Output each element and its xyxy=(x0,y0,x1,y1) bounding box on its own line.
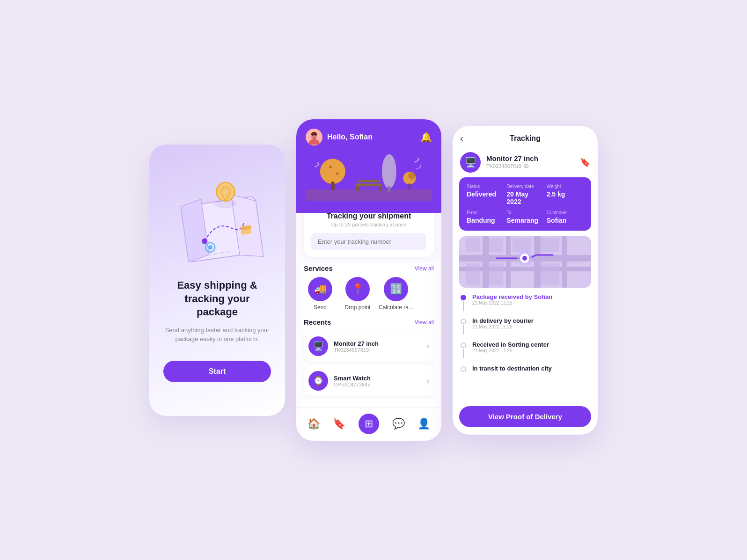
timeline-item-3: In transit to destination city xyxy=(460,365,590,372)
timeline-event-2: Received in Sorting center xyxy=(472,341,549,348)
svg-rect-36 xyxy=(466,238,480,252)
tracking-header: ‹ Tracking xyxy=(453,126,598,147)
service-drop-point[interactable]: 📍 Drop point xyxy=(341,277,374,311)
home-body: Tracking your shipment Up to 20 parcels … xyxy=(296,213,441,407)
status-label: Status xyxy=(467,184,504,189)
services-label: Services xyxy=(304,264,333,272)
recent-monitor-info: Monitor 27 inch TK0234567819 xyxy=(334,340,427,353)
nav-profile[interactable]: 👤 xyxy=(417,418,430,430)
service-send[interactable]: 🚚 Send xyxy=(304,277,337,311)
timeline-content-2: Received in Sorting center 21 May 2022 1… xyxy=(472,341,549,358)
info-grid: Status Delivered Delivery date 20 May 20… xyxy=(467,184,584,224)
service-calculate-label: Calculate ra... xyxy=(379,304,413,311)
onboarding-subtitle: Send anything faster and tracking your p… xyxy=(163,326,271,344)
timeline-event-1: In delivery by courier xyxy=(472,317,534,324)
timeline-line-2 xyxy=(463,349,464,358)
screen-home: Hello, Sofian 🔔 xyxy=(296,119,441,441)
recent-monitor-name: Monitor 27 inch xyxy=(334,340,427,347)
bottom-nav: 🏠 🔖 ⊞ 💬 👤 xyxy=(296,407,441,441)
recent-watch-code: OPS918273645 xyxy=(334,382,427,387)
timeline-content-1: In delivery by courier 21 May 2022 11:25 xyxy=(472,317,534,335)
svg-rect-20 xyxy=(379,186,381,191)
from-cell: From Bandung xyxy=(467,210,504,224)
timeline-line-0 xyxy=(463,301,464,311)
bookmark-icon[interactable]: 🔖 xyxy=(580,157,590,167)
tracking-card-title: Tracking your shipment xyxy=(311,213,426,220)
svg-rect-40 xyxy=(489,263,503,285)
customer-value: Sofian xyxy=(547,217,584,224)
copy-icon[interactable]: ⧉ xyxy=(524,162,528,170)
services-section-header: Services View all xyxy=(304,264,434,272)
package-name: Monitor 27 inch xyxy=(486,154,574,162)
customer-cell: Customer Sofian xyxy=(547,210,584,224)
svg-rect-35 xyxy=(562,236,567,288)
start-button[interactable]: Start xyxy=(163,361,271,382)
timeline-content-3: In transit to destination city xyxy=(472,365,552,372)
service-calculate[interactable]: 🔢 Calculate ra... xyxy=(379,277,413,311)
send-icon: 🚚 xyxy=(308,277,332,301)
recent-watch-name: Smart Watch xyxy=(334,375,427,382)
recent-monitor-chevron: › xyxy=(427,342,429,350)
timeline-dot-0 xyxy=(461,295,466,300)
to-label: To xyxy=(506,210,543,215)
delivery-date-value: 20 May 2022 xyxy=(506,190,543,205)
onboarding-title: Easy shipping & tracking your package xyxy=(163,279,271,319)
delivery-date-cell: Delivery date 20 May 2022 xyxy=(506,184,543,205)
greeting-text: Hello, Sofian xyxy=(327,133,373,141)
service-drop-point-label: Drop point xyxy=(344,304,370,311)
to-cell: To Semarang xyxy=(506,210,543,224)
svg-point-21 xyxy=(382,154,396,189)
recent-watch-chevron: › xyxy=(427,377,429,385)
nav-bookmark[interactable]: 🔖 xyxy=(333,418,345,430)
customer-label: Customer xyxy=(547,210,584,215)
svg-rect-34 xyxy=(534,236,541,288)
recents-section-header: Recents View all xyxy=(304,318,434,326)
service-send-label: Send xyxy=(314,304,327,311)
svg-point-27 xyxy=(329,166,332,168)
package-icon: 🖥️ xyxy=(460,152,481,173)
recent-monitor-icon: 🖥️ xyxy=(308,336,328,356)
services-view-all[interactable]: View all xyxy=(415,265,434,272)
home-header: Hello, Sofian 🔔 xyxy=(296,119,441,213)
package-code-row: TK0234567819 ⧉ xyxy=(486,162,574,170)
svg-rect-16 xyxy=(331,182,335,190)
svg-rect-39 xyxy=(466,263,480,285)
map-area xyxy=(459,236,591,288)
shipment-info-card: Status Delivered Delivery date 20 May 20… xyxy=(459,177,591,231)
nav-home[interactable]: 🏠 xyxy=(308,418,320,430)
timeline-content-0: Package received by Sofian 21 May 2022 1… xyxy=(472,293,552,311)
back-button[interactable]: ‹ xyxy=(460,133,463,144)
tracking-number-input[interactable] xyxy=(311,233,426,250)
services-row: 🚚 Send 📍 Drop point 🔢 Calculate ra... xyxy=(304,277,434,311)
package-code: TK0234567819 xyxy=(486,163,521,169)
map-illustration xyxy=(170,178,264,262)
pod-button[interactable]: View Proof of Delivery xyxy=(459,406,591,427)
recents-label: Recents xyxy=(304,318,331,326)
timeline-item-0: Package received by Sofian 21 May 2022 1… xyxy=(460,293,590,311)
park-illustration xyxy=(306,150,432,206)
timeline-date-1: 21 May 2022 11:25 xyxy=(472,324,534,329)
screen-tracking: ‹ Tracking 🖥️ Monitor 27 inch TK02345678… xyxy=(453,126,598,435)
timeline-event-0: Package received by Sofian xyxy=(472,293,552,300)
nav-scan[interactable]: ⊞ xyxy=(359,414,379,434)
timeline-event-3: In transit to destination city xyxy=(472,365,552,372)
svg-point-15 xyxy=(320,159,345,184)
nav-chat[interactable]: 💬 xyxy=(392,418,405,430)
recents-view-all[interactable]: View all xyxy=(415,319,434,326)
timeline-dot-3 xyxy=(461,366,466,372)
recent-watch-info: Smart Watch OPS918273645 xyxy=(334,375,427,387)
header-top: Hello, Sofian 🔔 xyxy=(306,129,432,145)
drop-point-icon: 📍 xyxy=(345,277,370,301)
app-screens: Easy shipping & tracking your package Se… xyxy=(149,119,598,441)
status-value: Delivered xyxy=(467,190,504,198)
timeline-date-0: 21 May 2022 11:25 xyxy=(472,300,552,305)
recent-monitor-code: TK0234567819 xyxy=(334,347,427,353)
recent-item-monitor[interactable]: 🖥️ Monitor 27 inch TK0234567819 › xyxy=(304,331,434,362)
svg-rect-32 xyxy=(483,236,489,288)
timeline-dot-2 xyxy=(461,342,466,348)
recent-item-watch[interactable]: ⌚ Smart Watch OPS918273645 › xyxy=(304,365,434,396)
package-row: 🖥️ Monitor 27 inch TK0234567819 ⧉ 🔖 xyxy=(453,147,598,177)
svg-point-25 xyxy=(404,177,410,182)
notification-icon[interactable]: 🔔 xyxy=(420,131,432,143)
svg-rect-17 xyxy=(355,183,382,186)
